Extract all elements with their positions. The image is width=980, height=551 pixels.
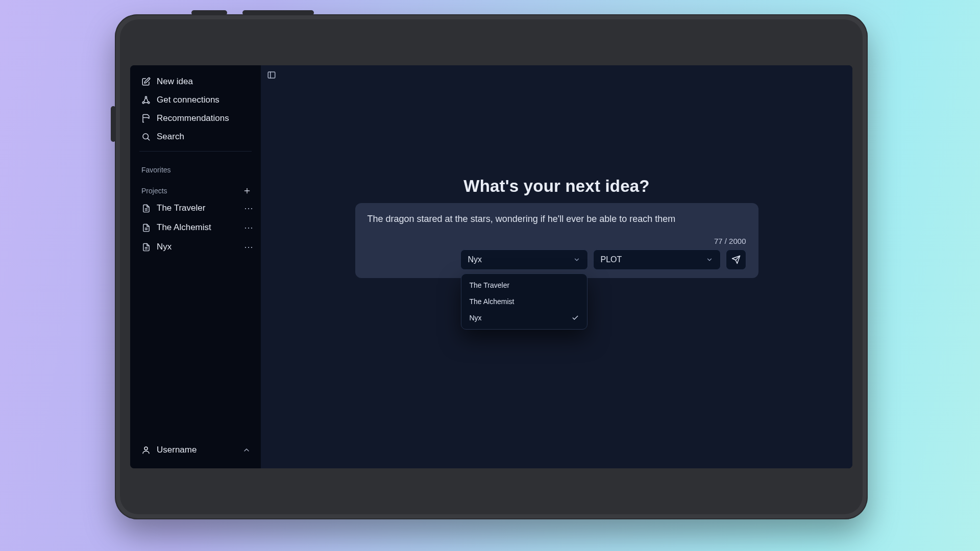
- sidebar: New idea Get connections Recommendations: [130, 65, 261, 468]
- document-icon: [141, 204, 151, 213]
- project-dropdown: The Traveler The Alchemist Nyx: [461, 273, 587, 330]
- user-icon: [141, 445, 151, 455]
- project-more-button[interactable]: ⋯: [244, 222, 254, 233]
- device-button: [242, 10, 314, 15]
- toggle-sidebar-button[interactable]: [266, 69, 277, 81]
- idea-composer: The dragon stared at the stars, wonderin…: [355, 203, 758, 278]
- check-icon: [572, 314, 579, 321]
- edit-square-icon: [141, 77, 151, 86]
- project-item[interactable]: The Alchemist ⋯: [130, 218, 261, 237]
- favorites-heading: Favorites: [130, 155, 261, 177]
- nav-search[interactable]: Search: [139, 128, 252, 146]
- add-project-button[interactable]: [242, 186, 252, 195]
- category-select[interactable]: PLOT: [593, 249, 721, 270]
- nav-new-idea[interactable]: New idea: [139, 72, 252, 91]
- svg-point-13: [144, 447, 148, 450]
- main-panel: What's your next idea? The dragon stared…: [261, 65, 852, 468]
- nav-label: New idea: [157, 77, 193, 87]
- dropdown-item-label: The Alchemist: [470, 297, 514, 306]
- user-menu[interactable]: Username: [130, 438, 261, 463]
- project-select-value: Nyx: [468, 255, 482, 264]
- project-label: The Traveler: [157, 203, 238, 213]
- app-screen: New idea Get connections Recommendations: [130, 65, 852, 468]
- nav-label: Search: [157, 132, 184, 142]
- search-icon: [141, 132, 151, 141]
- idea-input[interactable]: The dragon stared at the stars, wonderin…: [368, 212, 746, 227]
- document-icon: [141, 242, 151, 252]
- network-icon: [141, 95, 151, 105]
- svg-point-3: [143, 134, 149, 139]
- project-label: The Alchemist: [157, 222, 238, 233]
- send-button[interactable]: [726, 249, 746, 270]
- nav-get-connections[interactable]: Get connections: [139, 91, 252, 109]
- svg-line-4: [148, 138, 149, 140]
- dropdown-item-selected[interactable]: Nyx: [464, 310, 584, 326]
- device-button: [111, 106, 116, 142]
- chevron-up-icon: [242, 446, 251, 454]
- project-more-button[interactable]: ⋯: [244, 241, 254, 253]
- nav-label: Recommendations: [157, 113, 229, 123]
- hero-title: What's your next idea?: [463, 177, 649, 196]
- category-select-value: PLOT: [601, 255, 622, 264]
- document-icon: [141, 223, 151, 232]
- svg-rect-14: [268, 72, 275, 78]
- project-item[interactable]: Nyx ⋯: [130, 237, 261, 257]
- project-select[interactable]: Nyx The Traveler The Alchemist: [460, 249, 588, 270]
- char-counter: 77 / 2000: [368, 237, 746, 245]
- projects-heading: Projects: [141, 187, 167, 195]
- divider: [139, 151, 252, 152]
- flag-icon: [141, 114, 151, 123]
- chevron-down-icon: [573, 256, 580, 263]
- nav-recommendations[interactable]: Recommendations: [139, 109, 252, 128]
- project-label: Nyx: [157, 242, 238, 252]
- project-item[interactable]: The Traveler ⋯: [130, 198, 261, 218]
- chevron-down-icon: [706, 256, 713, 263]
- dropdown-item-label: Nyx: [470, 314, 482, 322]
- nav-label: Get connections: [157, 95, 219, 105]
- project-more-button[interactable]: ⋯: [244, 203, 254, 214]
- composer-controls: Nyx The Traveler The Alchemist: [368, 249, 746, 270]
- username-label: Username: [157, 445, 197, 455]
- dropdown-item[interactable]: The Alchemist: [464, 293, 584, 310]
- tablet-frame: New idea Get connections Recommendations: [115, 14, 868, 519]
- device-button: [191, 10, 227, 15]
- dropdown-item[interactable]: The Traveler: [464, 277, 584, 293]
- dropdown-item-label: The Traveler: [470, 281, 510, 289]
